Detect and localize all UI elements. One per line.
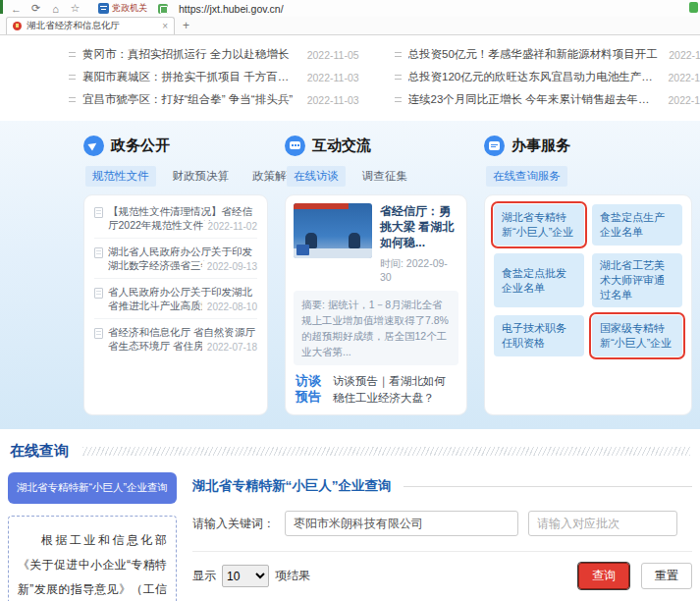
- service-craft-master-list[interactable]: 湖北省工艺美术大师评审通过名单: [592, 253, 682, 307]
- news-title[interactable]: 总投资120亿元的欣旺达东风宜昌动力电池生产基地项...: [408, 70, 659, 84]
- tab-fiscal-budget[interactable]: 财政预决算: [166, 166, 237, 187]
- services-tabs: 在线查询服务: [486, 166, 692, 187]
- news-item[interactable]: 总投资50亿元！孝感华盛祥和新能源材料项目开工 2022-11-03: [395, 43, 700, 66]
- portal-sections-panel: 政务公开 规范性文件 财政预决算 政策解读 【规范性文件清理情况】省经信厅202…: [0, 121, 700, 429]
- section-gov-disclosure: 政务公开 规范性文件 财政预决算 政策解读 【规范性文件清理情况】省经信厅202…: [83, 133, 268, 415]
- tab-survey-collection[interactable]: 调查征集: [355, 166, 414, 187]
- browser-chrome: ← ⟳ ⌂ ☆ 党政机关 https://jxt.hubei.gov.cn/ 湖…: [0, 0, 700, 35]
- section-header: 互动交流: [285, 133, 467, 158]
- results-controls: 显示 10 项结果 查询 重置: [192, 563, 692, 589]
- chat-bubble-icon: [285, 136, 305, 156]
- preview-badge: 访谈预告: [296, 373, 324, 407]
- length-prefix-label: 显示: [192, 568, 216, 584]
- service-salt-wholesale-list[interactable]: 食盐定点批发企业名单: [494, 253, 584, 307]
- sidebar-query-button[interactable]: 湖北省专精特新“小巨人”企业查询: [8, 472, 177, 504]
- browser-theme-accent-left: [0, 0, 3, 14]
- interview-time: 时间: 2022-09-30: [380, 257, 458, 283]
- gov-site-badge[interactable]: 党政机关: [98, 2, 147, 15]
- list-bullet-icon: [69, 52, 76, 57]
- site-security-icon[interactable]: [158, 4, 168, 14]
- news-item[interactable]: 连续23个月同比正增长 今年来累计销售超去年全年 神... 2022-10-25: [395, 88, 700, 111]
- news-title[interactable]: 襄阳市襄城区：拼抢实干抓项目 千方百计稳增长: [82, 70, 297, 84]
- document-icon: [94, 207, 103, 218]
- service-electronic-tech-qualification[interactable]: 电子技术职务任职资格: [494, 315, 584, 356]
- news-title[interactable]: 黄冈市：真招实招抓运行 全力以赴稳增长: [82, 47, 297, 62]
- news-item[interactable]: 黄冈市：真招实招抓运行 全力以赴稳增长 2022-11-05: [69, 43, 359, 66]
- news-title[interactable]: 连续23个月同比正增长 今年来累计销售超去年全年 神...: [408, 92, 659, 107]
- document-item[interactable]: 【规范性文件清理情况】省经信厅2022年规范性文件清... 2022-11-02: [94, 198, 257, 239]
- document-item[interactable]: 湖北省人民政府办公厅关于印发湖北数字经济强省三年... 2022-09-13: [94, 239, 257, 279]
- section-interaction: 互动交流 在线访谈 调查征集 省经信厅：勇挑大梁 看湖北如何稳... 时间: 2…: [285, 133, 467, 415]
- tab-close-icon[interactable]: ×: [162, 21, 168, 31]
- list-bullet-icon: [69, 75, 76, 80]
- preview-link[interactable]: 访谈预告｜看湖北如何稳住工业经济大盘？: [333, 373, 457, 407]
- reset-button[interactable]: 重置: [641, 563, 692, 589]
- title-rule: [404, 486, 693, 487]
- list-bullet-icon: [395, 75, 402, 80]
- section-title: 办事服务: [512, 137, 570, 155]
- gov-badge-icon: [98, 3, 109, 14]
- tab-title: 湖北省经济和信息化厅: [27, 20, 157, 32]
- interaction-tabs: 在线访谈 调查征集: [287, 166, 467, 187]
- site-favicon: [13, 22, 22, 30]
- interview-title[interactable]: 省经信厅：勇挑大梁 看湖北如何稳...: [380, 203, 458, 250]
- online-query-body: 湖北省专精特新“小巨人”企业查询 根据工业和信息化部《关于促进中小企业“专精特新…: [0, 468, 700, 601]
- news-item[interactable]: 宜昌市猇亭区：打好“组合拳” 争当“排头兵” 2022-11-03: [69, 88, 359, 111]
- page-length-select[interactable]: 10: [222, 565, 269, 587]
- batch-input[interactable]: [528, 511, 677, 536]
- new-tab-button[interactable]: +: [183, 19, 189, 34]
- tab-online-query-services[interactable]: 在线查询服务: [486, 166, 567, 187]
- document-icon: [94, 247, 103, 258]
- video-thumbnail[interactable]: [294, 203, 372, 258]
- service-national-little-giant[interactable]: 国家级专精特新“小巨人”企业: [592, 315, 682, 356]
- document-icon: [94, 328, 103, 339]
- thumbnail-banner: [294, 203, 349, 209]
- document-item[interactable]: 省人民政府办公厅关于印发湖北省推进北斗产业高质量... 2022-08-10: [94, 279, 257, 319]
- browser-extension-icon[interactable]: [689, 2, 698, 13]
- refresh-icon[interactable]: ⟳: [29, 2, 42, 15]
- document-date: 2022-09-13: [202, 261, 257, 272]
- home-icon[interactable]: ⌂: [49, 3, 62, 15]
- browser-toolbar: ← ⟳ ⌂ ☆ 党政机关 https://jxt.hubei.gov.cn/: [0, 0, 700, 17]
- search-button[interactable]: 查询: [578, 563, 629, 589]
- document-item[interactable]: 省经济和信息化厅 省自然资源厅 省生态环境厅 省住房... 2022-07-18: [94, 319, 257, 358]
- service-hubei-little-giant[interactable]: 湖北省专精特新“小巨人”企业: [494, 204, 584, 246]
- browser-tab-bar: 湖北省经济和信息化厅 × +: [0, 17, 700, 35]
- news-item[interactable]: 总投资120亿元的欣旺达东风宜昌动力电池生产基地项... 2022-10-30: [395, 66, 700, 88]
- hatch-divider: [82, 447, 690, 456]
- channel-logo: [296, 245, 309, 255]
- tab-normative-documents[interactable]: 规范性文件: [85, 166, 156, 187]
- service-salt-production-list[interactable]: 食盐定点生产企业名单: [592, 204, 682, 246]
- list-bullet-icon: [69, 97, 76, 102]
- gov-badge-label: 党政机关: [112, 2, 147, 15]
- online-query-header: 在线查询: [0, 429, 700, 468]
- bookmark-star-icon[interactable]: ☆: [69, 2, 81, 15]
- news-date: 2022-10-30: [668, 72, 700, 83]
- document-date: 2022-07-18: [202, 342, 257, 353]
- news-date: 2022-11-03: [307, 72, 359, 83]
- query-sidebar: 湖北省专精特新“小巨人”企业查询 根据工业和信息化部《关于促进中小企业“专精特新…: [8, 472, 177, 601]
- section-title: 互动交流: [312, 137, 371, 155]
- sidebar-intro-text: 根据工业和信息化部《关于促进中小企业“专精特新”发展的指导意见》（工信部企业〔2…: [8, 516, 177, 601]
- section-services: 办事服务 在线查询服务 湖北省专精特新“小巨人”企业 食盐定点生产企业名单 食盐…: [484, 133, 692, 415]
- news-title[interactable]: 总投资50亿元！孝感华盛祥和新能源材料项目开工: [408, 47, 660, 62]
- document-icon: [94, 288, 103, 299]
- news-title[interactable]: 宜昌市猇亭区：打好“组合拳” 争当“排头兵”: [82, 92, 297, 107]
- query-page-title: 湖北省专精特新“小巨人”企业查询: [192, 477, 392, 495]
- tab-online-interview[interactable]: 在线访谈: [287, 166, 346, 187]
- browser-tab[interactable]: 湖北省经济和信息化厅 ×: [6, 17, 175, 34]
- form-divider: [192, 551, 692, 552]
- guest-figure: [349, 233, 360, 248]
- keyword-input[interactable]: [285, 511, 518, 536]
- query-main: 湖北省专精特新“小巨人”企业查询 请输入关键词： 显示 10 项结果 查询 重置…: [192, 472, 692, 601]
- list-bullet-icon: [395, 52, 402, 57]
- service-buttons-card: 湖北省专精特新“小巨人”企业 食盐定点生产企业名单 食盐定点批发企业名单 湖北省…: [484, 194, 692, 415]
- document-date: 2022-08-10: [202, 301, 257, 312]
- keyword-label: 请输入关键词：: [192, 516, 275, 532]
- back-icon[interactable]: ←: [10, 3, 23, 15]
- length-suffix-label: 项结果: [275, 568, 310, 584]
- url-bar[interactable]: https://jxt.hubei.gov.cn/: [179, 3, 284, 15]
- document-list-card: 【规范性文件清理情况】省经信厅2022年规范性文件清... 2022-11-02…: [83, 194, 268, 415]
- news-item[interactable]: 襄阳市襄城区：拼抢实干抓项目 千方百计稳增长 2022-11-03: [69, 66, 359, 88]
- section-title: 政务公开: [111, 137, 170, 155]
